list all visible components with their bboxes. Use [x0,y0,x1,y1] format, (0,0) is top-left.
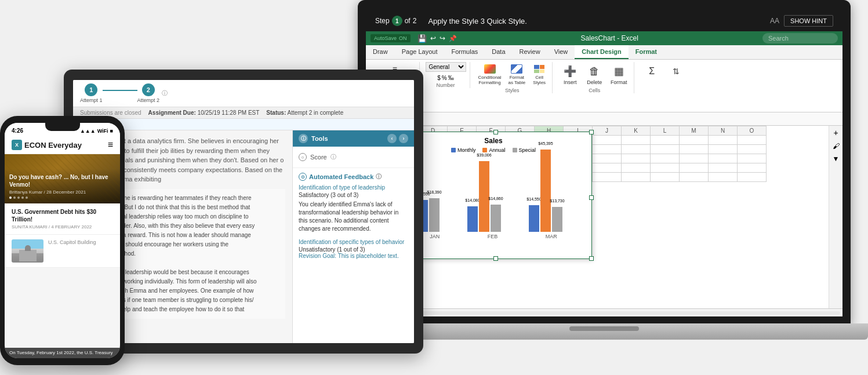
cell[interactable] [709,163,738,173]
cell[interactable] [651,173,680,182]
ribbon-group-styles: ConditionalFormatting Formatas Table [473,62,553,93]
insert-button[interactable]: ➕ Insert [558,62,582,86]
delete-button[interactable]: 🗑 Delete [583,62,606,86]
signal-icon: ▲▲▲ [80,128,96,134]
news-item-2[interactable]: U.S. Capitol Building [5,235,120,268]
chart-filter-button[interactable]: ▼ [833,155,840,163]
chart-bars-area: $40,771 $17,550 $18,390 [400,156,587,232]
undo-icon[interactable]: ↩ [430,34,436,42]
cell[interactable] [651,163,680,173]
cell[interactable] [680,145,709,154]
tools-prev-button[interactable]: ‹ [387,134,397,143]
tab-draw[interactable]: Draw [366,45,395,59]
autosave-toggle[interactable]: AutoSave ON [371,34,411,42]
redo-icon[interactable]: ↪ [440,34,445,42]
format-label: Format [611,79,627,85]
conditional-formatting-button[interactable]: ConditionalFormatting [476,62,504,86]
col-header-j[interactable]: J [593,126,622,136]
col-header-m[interactable]: M [680,126,709,136]
resize-handle-mr[interactable] [589,195,594,200]
tab-review[interactable]: Review [513,45,547,59]
tab-view[interactable]: View [547,45,575,59]
cell[interactable] [680,173,709,182]
col-header-k[interactable]: K [622,126,651,136]
cell[interactable] [593,154,622,163]
instruction-bar: Step 1 of 2 Apply the Style 3 Quick Styl… [366,10,842,31]
tools-info-icon[interactable]: ⓘ [299,134,308,143]
tab-formulas[interactable]: Formulas [444,45,485,59]
cell[interactable] [651,145,680,154]
excel-search-input[interactable] [762,33,838,43]
x-axis-labels: JAN FEB MAR [400,234,587,239]
feedback-info-icon: ⓘ [376,173,382,181]
chart-add-element-button[interactable]: + [833,128,838,137]
cell[interactable] [738,163,767,173]
attempt-steps: 1 Attempt 1 2 Attempt 2 ⓘ [80,83,168,103]
save-icon[interactable]: 💾 [417,34,427,43]
chart-style-button[interactable]: 🖌 [833,142,840,150]
news-text-2: U.S. Capitol Building [48,239,113,245]
cell[interactable] [593,145,622,154]
hero-dots [9,196,115,199]
resize-handle-br[interactable] [589,256,594,261]
cell[interactable] [709,145,738,154]
step-label: Step [375,17,390,25]
cell[interactable] [709,173,738,182]
feedback-link-2[interactable]: Identification of specific types of beha… [299,238,408,246]
hero-overlay: Do you have cash? ... No, but I have Ven… [5,169,120,203]
col-header-o[interactable]: O [738,126,767,136]
attempt-2-label: Attempt 2 [137,97,160,103]
feedback-link-1[interactable]: Identification of type of leadership [299,183,408,192]
bottom-scrollbar[interactable] [366,308,842,316]
sales-chart[interactable]: Sales Monthly Annual [395,132,592,259]
formula-input[interactable] [416,115,839,122]
cell[interactable] [651,136,680,145]
show-hint-button[interactable]: SHOW HINT [784,15,833,27]
step-connector [103,90,137,91]
tab-format[interactable]: Format [629,45,664,59]
cell[interactable] [709,154,738,163]
sort-filter-button[interactable]: ⇅ [664,62,688,81]
cell[interactable] [738,173,767,182]
cell[interactable] [738,154,767,163]
cell-styles-button[interactable]: CellStyles [530,62,549,86]
cell[interactable] [622,145,651,154]
cell[interactable] [680,163,709,173]
tools-next-button[interactable]: › [399,134,408,143]
cell[interactable] [680,154,709,163]
tab-chart-design[interactable]: Chart Design [575,45,628,59]
cell[interactable] [709,136,738,145]
resize-handle-tm[interactable] [493,130,498,134]
bar-feb-special: $14,860 [491,205,501,232]
format-button[interactable]: ▦ Format [607,62,630,86]
number-format-select[interactable]: General [426,62,466,72]
cell[interactable] [593,163,622,173]
sum-button[interactable]: Σ [640,62,663,81]
col-header-l[interactable]: L [651,126,680,136]
cell[interactable] [651,154,680,163]
cell[interactable] [622,173,651,182]
feedback-section: ⊙ Automated Feedback ⓘ Identification of… [293,168,414,264]
format-table-button[interactable]: Formatas Table [506,62,528,86]
econ-everyday-app: 4:26 ▲▲▲ WiFi ■ X ECON Everyday ≡ [5,123,120,358]
news-item-1[interactable]: U.S. Government Debt hits $30 Trillion! … [5,203,120,235]
sum-icon: Σ [642,63,661,79]
horizontal-scrollbar[interactable] [412,311,840,315]
cell[interactable] [593,136,622,145]
cell[interactable] [622,136,651,145]
lms-header: 1 Attempt 1 2 Attempt 2 ⓘ [73,80,414,107]
cell[interactable] [738,145,767,154]
cell[interactable] [622,154,651,163]
cell[interactable] [738,136,767,145]
cell[interactable] [593,173,622,182]
tab-data[interactable]: Data [485,45,512,59]
col-header-n[interactable]: N [709,126,738,136]
app-navbar: X ECON Everyday ≡ [5,136,120,154]
resize-handle-bm[interactable] [493,256,498,261]
revision-text: Revision Goal: This is placeholder text. [299,253,408,259]
cell[interactable] [680,136,709,145]
cell[interactable] [622,163,651,173]
resize-handle-tr[interactable] [589,130,594,134]
tab-page-layout[interactable]: Page Layout [395,45,445,59]
hamburger-menu[interactable]: ≡ [108,140,113,150]
